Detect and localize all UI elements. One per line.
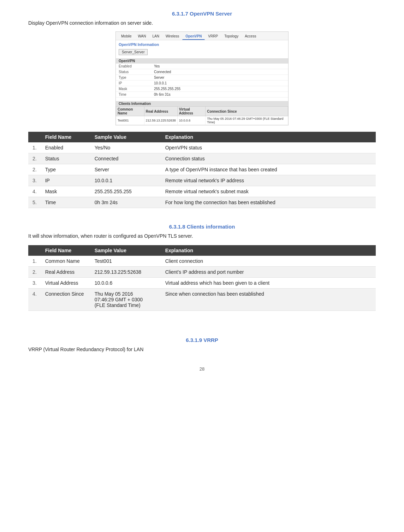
sc-row-type: TypeServer [116,75,288,81]
sc-subtab-row: Server_Server [116,48,288,56]
table-row: 4. Mask 255.255.255.255 Remote virtual n… [28,186,376,197]
section-6317-desc: Display OpenVPN connection information o… [28,20,376,26]
sc-tab-openvpn[interactable]: OpenVPN [182,33,205,40]
table-row: 3. Virtual Address 10.0.0.6 Virtual addr… [28,278,376,289]
table-row: 4. Connection Since Thu May 05 2016 07:4… [28,289,376,311]
sc-row-enabled: EnabledYes [116,64,288,69]
table-row: 2. Real Address 212.59.13.225:52638 Clie… [28,267,376,278]
section-6319-title: 6.3.1.9 VRRP [28,337,376,343]
sc-tab-wireless[interactable]: Wireless [162,33,182,40]
sc-fields-table: EnabledYes StatusConnected TypeServer IP… [116,64,288,97]
table-row: 1. Common Name Test001 Client connection [28,256,376,267]
section-6318-desc: It will show information, when router is… [28,233,376,239]
table-row: 2. Status Connected Connection status [28,153,376,164]
sc-openvpn-label: OpenVPN [116,58,288,64]
sc-row-time: Time0h 6m 31s [116,92,288,97]
ref-table-6318-header: Field Name Sample Value Explanation [28,245,376,256]
sc-tab-wan[interactable]: WAN [135,33,149,40]
section-6318-title: 6.3.1.8 Clients information [28,224,376,230]
sc-clients-header-row: Common Name Real Address Virtual Address… [116,107,288,116]
section-6318: 6.3.1.8 Clients information It will show… [28,224,376,311]
table-row: 5. Time 0h 3m 24s For how long the conne… [28,197,376,208]
sc-tab-mobile[interactable]: Mobile [118,33,135,40]
page-number: 28 [28,366,376,372]
sc-tab-vrrp[interactable]: VRRP [205,33,221,40]
sc-row-ip: IP10.0.0.1 [116,81,288,86]
ref-table-6317: Field Name Sample Value Explanation 1. E… [28,132,376,208]
screenshot-container: Mobile WAN LAN Wireless OpenVPN VRRP Top… [28,31,376,125]
table-row: 1. Enabled Yes/No OpenVPN status [28,142,376,153]
section-6317-title: 6.3.1.7 OpenVPN Server [28,11,376,17]
sc-row-status: StatusConnected [116,69,288,75]
sc-clients-table: Common Name Real Address Virtual Address… [116,106,288,125]
sc-row-mask: Mask255.255.255.255 [116,86,288,92]
sc-clients-label: Clients Information [116,101,288,106]
sc-nav: Mobile WAN LAN Wireless OpenVPN VRRP Top… [116,32,288,40]
ref-table-6317-header: Field Name Sample Value Explanation [28,132,376,142]
sc-tab-access[interactable]: Access [242,33,259,40]
sc-subtab-server[interactable]: Server_Server [119,49,148,55]
section-6317: 6.3.1.7 OpenVPN Server Display OpenVPN c… [28,11,376,208]
sc-tab-lan[interactable]: LAN [149,33,162,40]
sc-clients-data-row: Test001 212.59.13.225:52638 10.0.0.6 Thu… [116,116,288,125]
section-6319: 6.3.1.9 VRRP VRRP (Virtual Router Redund… [28,337,376,352]
sc-tab-topology[interactable]: Topology [221,33,242,40]
ref-table-6318: Field Name Sample Value Explanation 1. C… [28,245,376,311]
screenshot-box: Mobile WAN LAN Wireless OpenVPN VRRP Top… [115,31,289,125]
table-row: 3. IP 10.0.0.1 Remote virtual network's … [28,175,376,186]
section-6319-desc: VRRP (Virtual Router Redundancy Protocol… [28,347,376,352]
sc-info-title: OpenVPN Information [116,40,288,48]
table-row: 2. Type Server A type of OpenVPN instanc… [28,164,376,175]
